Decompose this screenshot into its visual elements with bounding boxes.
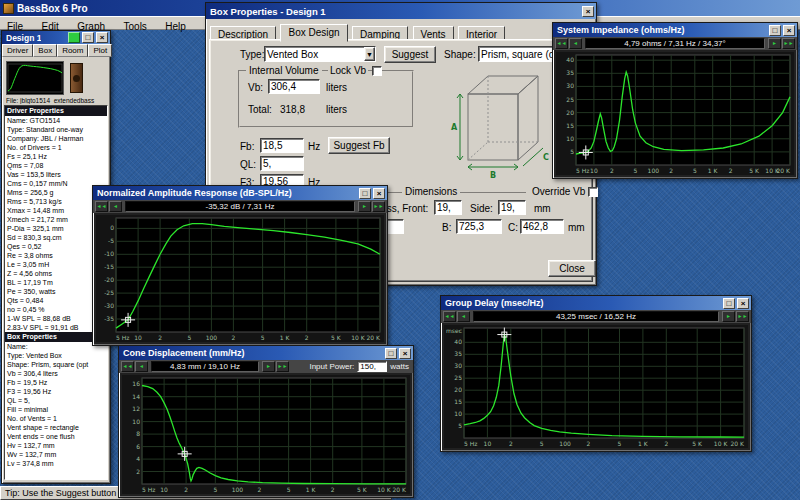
svg-text:-10: -10 [104,250,114,257]
dim-c-input[interactable] [520,219,564,234]
dialog-close-button[interactable]: × [582,6,594,17]
svg-text:5: 5 [618,440,622,447]
suggest-fb-button[interactable]: Suggest Fb [328,137,390,154]
step-left-fast-icon[interactable]: ◄◄ [555,38,568,49]
svg-text:1 K: 1 K [306,486,317,493]
dropdown-icon[interactable]: ▼ [364,47,375,61]
svg-text:2: 2 [136,468,140,475]
box-property-line: Lv = 374,8 mm [5,459,107,468]
amplitude-plot[interactable]: 5 Hz1025100251 K25 K10 K20 K0-5-10-15-20… [96,215,384,342]
driver-property-line: Fs = 25,1 Hz [5,152,107,161]
design-panel-titlebar[interactable]: Design 1 □ × [2,31,110,44]
svg-text:-5: -5 [108,237,114,244]
cone-close-button[interactable]: × [399,348,411,359]
tab-box-design[interactable]: Box Design [280,24,347,42]
box-properties-lines: Name:Type: Vented BoxShape: Prism, squar… [5,342,107,468]
override-vb-checkbox[interactable] [588,187,598,197]
svg-text:5 K: 5 K [749,167,760,174]
tab-box[interactable]: Box [33,44,57,57]
impedance-close-button[interactable]: × [783,25,795,36]
diagram-label-c: C [543,153,549,162]
tab-driver[interactable]: Driver [2,44,33,57]
total-label: Total: [248,104,272,115]
svg-text:5: 5 [570,148,574,155]
group-delay-close-button[interactable]: × [737,298,749,309]
group-delay-plot[interactable]: 5 Hz1025100251 K25 K10 K20 K403530252015… [444,325,748,448]
lock-vb-checkbox[interactable] [372,66,382,76]
step-right-fast-icon[interactable]: ►► [782,38,795,49]
svg-text:5: 5 [633,167,637,174]
svg-text:5 K: 5 K [331,334,342,341]
svg-text:5: 5 [261,334,265,341]
vb-input[interactable] [268,79,320,94]
step-left-icon[interactable]: ◄ [569,38,582,49]
step-left-icon[interactable]: ◄ [457,311,470,322]
wall-front-input[interactable] [434,200,462,215]
diagram-label-a: A [451,123,458,132]
impedance-titlebar[interactable]: System Impedance (ohms/Hz) □ × [553,23,797,37]
box-property-line: Wv = 132,7 mm [5,450,107,459]
svg-text:-30: -30 [104,302,114,309]
cone-restore-button[interactable]: □ [385,348,397,359]
step-right-icon[interactable]: ► [358,201,371,212]
amplitude-titlebar[interactable]: Normalized Amplitude Response (dB-SPL/Hz… [93,186,387,200]
design-panel-restore-button[interactable]: □ [82,32,94,43]
step-right-icon[interactable]: ► [262,361,275,372]
fb-label: Fb: [240,141,254,152]
amplitude-close-button[interactable]: × [373,188,385,199]
suggest-button[interactable]: Suggest [384,46,436,63]
svg-text:5: 5 [458,422,462,429]
step-left-fast-icon[interactable]: ◄◄ [443,311,456,322]
step-right-icon[interactable]: ► [768,38,781,49]
design-panel-status-button[interactable] [68,32,80,43]
override-vb-label: Override Vb [532,186,585,197]
impedance-restore-button[interactable]: □ [769,25,781,36]
impedance-plot[interactable]: 5 Hz1025100251 K25 K10 K20 K403530252015… [556,52,794,175]
step-right-fast-icon[interactable]: ►► [736,311,749,322]
tab-plot[interactable]: Plot [88,44,112,57]
svg-text:16: 16 [132,380,140,387]
fb-input[interactable] [260,138,304,153]
step-right-fast-icon[interactable]: ►► [276,361,289,372]
svg-text:10 K: 10 K [351,334,366,341]
svg-text:5: 5 [287,486,291,493]
dialog-titlebar[interactable]: Box Properties - Design 1 × [206,3,596,19]
wall-side-label: Side: [470,203,493,214]
svg-text:-25: -25 [104,289,114,296]
step-left-fast-icon[interactable]: ◄◄ [121,361,134,372]
close-button[interactable]: Close [548,260,596,277]
menu-tools[interactable]: Tools [117,20,154,34]
menu-help[interactable]: Help [158,20,193,34]
driver-property-line: No. of Drivers = 1 [5,143,107,152]
svg-text:25: 25 [454,374,462,381]
step-left-icon[interactable]: ◄ [135,361,148,372]
cone-titlebar[interactable]: Cone Displacement (mm/Hz) □ × [119,346,413,360]
amplitude-restore-button[interactable]: □ [359,188,371,199]
ql-input[interactable] [260,156,304,171]
fb-unit-label: Hz [308,141,320,152]
design-preview-graph[interactable] [6,61,64,95]
dim-b-input[interactable] [456,219,502,234]
svg-text:10: 10 [134,334,142,341]
abc-unit-label: mm [568,222,585,233]
step-right-icon[interactable]: ► [722,311,735,322]
design-panel-close-button[interactable]: × [96,32,108,43]
step-left-icon[interactable]: ◄ [109,201,122,212]
input-power-field[interactable] [357,361,387,372]
group-delay-titlebar[interactable]: Group Delay (msec/Hz) □ × [441,296,751,310]
group-delay-restore-button[interactable]: □ [723,298,735,309]
wall-side-input[interactable] [498,200,526,215]
tab-room[interactable]: Room [57,44,88,57]
box-property-line: Shape: Prism, square (opt [5,360,107,369]
vb-label: Vb: [248,82,263,93]
svg-text:35: 35 [566,69,574,76]
svg-text:2: 2 [158,334,162,341]
box-type-select[interactable]: Vented Box ▼ [264,46,376,62]
impedance-title: System Impedance (ohms/Hz) [555,25,685,35]
impedance-window: System Impedance (ohms/Hz) □ × ◄◄ ◄ 4,79… [552,22,798,179]
driver-property-line: Type: Standard one-way [5,125,107,134]
step-right-fast-icon[interactable]: ►► [372,201,385,212]
step-left-fast-icon[interactable]: ◄◄ [95,201,108,212]
cone-plot[interactable]: 5 Hz1025100251 K25 K10 K20 K161412108642 [122,375,410,494]
dim-b-label: B: [442,222,451,233]
